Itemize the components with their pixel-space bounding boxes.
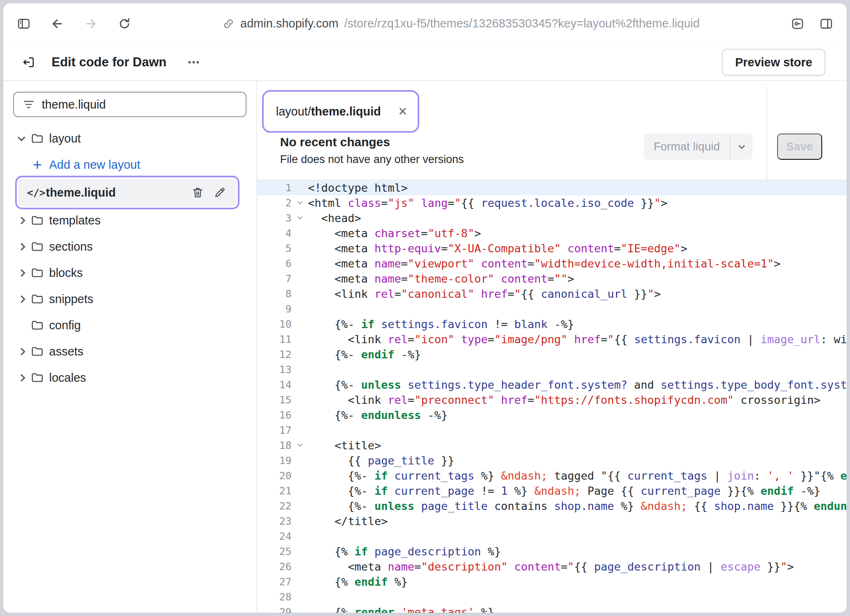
code-line[interactable]: 28 <box>265 589 847 605</box>
page-settings-icon[interactable] <box>789 15 807 33</box>
chevron-right-icon[interactable] <box>16 349 27 354</box>
address-bar[interactable]: admin.shopify.com/store/rzq1xu-f5/themes… <box>133 17 789 30</box>
code-text: <html class="js" lang="{{ request.locale… <box>308 197 667 209</box>
delete-file-icon[interactable] <box>191 186 205 199</box>
code-line[interactable]: 15 <link rel="preconnect" href="https://… <box>265 392 847 408</box>
line-number: 13 <box>265 364 292 376</box>
code-text: <title> <box>308 439 381 452</box>
code-line[interactable]: 8 <link rel="canonical" href="{{ canonic… <box>265 286 847 301</box>
chevron-right-icon[interactable] <box>16 270 27 276</box>
sidebar-right-icon[interactable] <box>817 15 835 33</box>
rename-file-icon[interactable] <box>213 186 227 199</box>
code-line[interactable]: 22 {%- unless page_title contains shop.n… <box>265 498 847 514</box>
code-line[interactable]: 19 {{ page_title }} <box>265 453 847 468</box>
code-line[interactable]: 6 <meta name="viewport" content="width=d… <box>265 256 847 271</box>
code-line[interactable]: 24 <box>265 529 847 544</box>
code-editor[interactable]: 1<!doctype html>2<html class="js" lang="… <box>257 179 847 613</box>
line-number: 19 <box>265 455 292 467</box>
chevron-down-icon[interactable] <box>16 136 27 141</box>
file-search-input[interactable]: theme.liquid <box>13 92 246 117</box>
chevron-down-icon[interactable] <box>730 134 753 160</box>
line-number: 9 <box>265 303 292 315</box>
line-number: 7 <box>265 273 292 285</box>
format-liquid-button[interactable]: Format liquid <box>644 134 753 160</box>
code-line[interactable]: 29 {% render 'meta-tags' %} <box>265 605 847 613</box>
code-line[interactable]: 4 <meta charset="utf-8"> <box>265 226 847 241</box>
code-line[interactable]: 12 {%- endif -%} <box>265 347 847 362</box>
code-text: {%- if current_page != 1 %} &ndash; Page… <box>308 485 821 497</box>
chevron-right-icon[interactable] <box>16 218 27 223</box>
code-line[interactable]: 5 <meta http-equiv="X-UA-Compatible" con… <box>265 241 847 256</box>
tree-item-label: locales <box>49 371 86 385</box>
exit-icon[interactable] <box>20 53 38 71</box>
code-text: {%- unless page_title contains shop.name… <box>308 500 847 512</box>
preview-store-button[interactable]: Preview store <box>722 49 825 76</box>
code-text: <!doctype html> <box>308 181 408 194</box>
line-number: 29 <box>265 606 292 613</box>
fold-chevron-icon[interactable] <box>292 444 308 447</box>
add-layout-button[interactable]: + Add a new layout <box>13 152 246 178</box>
tree-item-theme-liquid-selected[interactable]: </> theme.liquid <box>18 179 237 206</box>
code-line[interactable]: 3 <head> <box>265 211 847 226</box>
line-number: 1 <box>265 182 292 194</box>
tree-item-blocks[interactable]: blocks <box>13 260 246 286</box>
tree-item-templates[interactable]: templates <box>13 207 246 233</box>
code-line[interactable]: 1<!doctype html> <box>257 180 847 195</box>
code-line[interactable]: 16 {%- endunless -%} <box>265 408 847 423</box>
tree-item-locales[interactable]: locales <box>13 365 246 391</box>
code-line[interactable]: 10 {%- if settings.favicon != blank -%} <box>265 317 847 332</box>
code-line[interactable]: 25 {% if page_description %} <box>265 544 847 559</box>
code-line[interactable]: 14 {%- unless settings.type_header_font.… <box>265 377 847 392</box>
close-tab-icon[interactable]: × <box>398 104 407 119</box>
tree-item-config[interactable]: config <box>13 312 246 338</box>
chevron-right-icon[interactable] <box>16 375 27 380</box>
tree-item-label: blocks <box>49 266 83 280</box>
chevron-right-icon[interactable] <box>16 297 27 302</box>
reload-icon[interactable] <box>115 15 133 33</box>
code-line[interactable]: 27 {% endif %} <box>265 574 847 589</box>
code-text: {% endif %} <box>308 575 408 588</box>
file-sidebar: theme.liquid layout + Add a new layout <… <box>3 81 257 613</box>
format-liquid-label: Format liquid <box>644 134 730 160</box>
line-number: 5 <box>265 242 292 254</box>
code-text: {%- if current_tags %} &ndash; tagged "{… <box>308 469 847 482</box>
tab-layout-theme-liquid[interactable]: layout/theme.liquid × <box>265 93 416 129</box>
code-text: {% render 'meta-tags' %} <box>308 606 494 613</box>
code-line[interactable]: 17 <box>265 423 847 438</box>
line-number: 17 <box>265 424 292 436</box>
tree-item-assets[interactable]: assets <box>13 338 246 365</box>
code-line[interactable]: 21 {%- if current_page != 1 %} &ndash; P… <box>265 483 847 498</box>
code-text: {%- unless settings.type_header_font.sys… <box>308 378 847 391</box>
code-line[interactable]: 26 <meta name="description" content="{{ … <box>265 559 847 574</box>
sidebar-toggle-icon[interactable] <box>15 15 33 33</box>
more-actions-icon[interactable] <box>185 53 203 71</box>
page-title: Edit code for Dawn <box>52 55 167 70</box>
add-layout-label: Add a new layout <box>49 158 140 172</box>
tree-item-snippets[interactable]: snippets <box>13 286 246 312</box>
fold-chevron-icon[interactable] <box>292 216 308 220</box>
forward-icon[interactable] <box>82 15 100 33</box>
code-line[interactable]: 2<html class="js" lang="{{ request.local… <box>265 195 847 211</box>
tab-label: layout/theme.liquid <box>276 105 381 118</box>
chevron-right-icon[interactable] <box>16 244 27 249</box>
save-button[interactable]: Save <box>777 134 822 160</box>
line-number: 3 <box>265 212 292 224</box>
back-icon[interactable] <box>48 15 66 33</box>
code-line[interactable]: 13 <box>265 362 847 377</box>
code-text: {%- if settings.favicon != blank -%} <box>308 318 574 331</box>
tree-item-label: snippets <box>49 292 93 306</box>
code-line[interactable]: 11 <link rel="icon" type="image/png" hre… <box>265 332 847 347</box>
line-number: 22 <box>265 500 292 512</box>
tree-item-layout[interactable]: layout <box>13 125 246 152</box>
file-tree: layout + Add a new layout </> theme.liqu… <box>3 123 256 391</box>
code-line[interactable]: 20 {%- if current_tags %} &ndash; tagged… <box>265 468 847 483</box>
url-host: admin.shopify.com <box>240 17 339 30</box>
tree-item-sections[interactable]: sections <box>13 233 246 260</box>
line-number: 18 <box>265 439 292 451</box>
fold-chevron-icon[interactable] <box>292 201 308 205</box>
code-line[interactable]: 23 </title> <box>265 514 847 529</box>
code-line[interactable]: 7 <meta name="theme-color" content=""> <box>265 271 847 286</box>
code-line[interactable]: 18 <title> <box>265 438 847 453</box>
line-number: 4 <box>265 227 292 239</box>
code-line[interactable]: 9 <box>265 301 847 317</box>
